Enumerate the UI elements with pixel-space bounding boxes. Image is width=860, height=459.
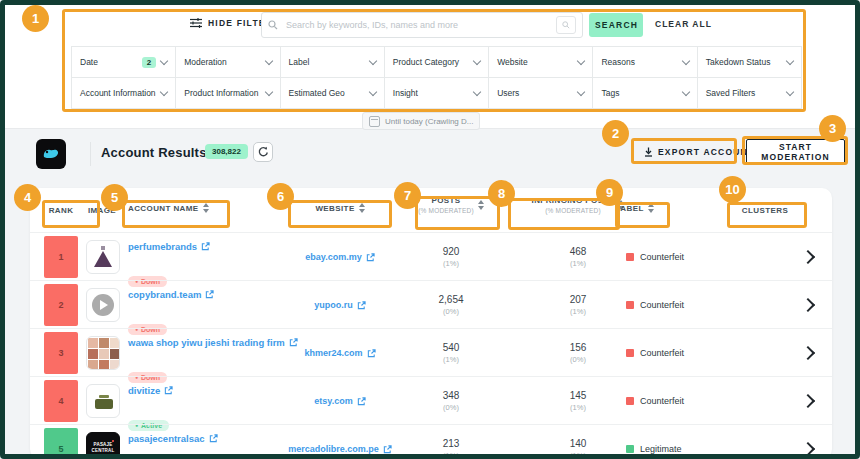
applied-filter-chip[interactable]: Until today (Crawling D... [362,112,480,130]
sort-icon[interactable] [478,200,484,210]
account-thumbnail[interactable]: PASAJE CENTRAL SAC. [86,432,120,459]
filter-panel: HIDE FILTERS SEARCH CLEAR ALL Date 2 Mod… [5,5,855,129]
sort-icon[interactable] [648,203,654,213]
rank-cell: 2 [44,284,78,326]
filter-dropdown-account-information[interactable]: Account Information [71,77,176,109]
website-link[interactable]: khmer24.com [280,329,400,377]
posts-cell: 540(1%) [396,329,506,377]
external-link-icon [366,253,375,262]
refresh-icon [257,146,269,158]
filter-dropdown-moderation[interactable]: Moderation [175,46,280,78]
account-name-link[interactable]: copybrand.team [128,289,214,300]
account-thumbnail[interactable] [86,288,120,322]
search-input[interactable] [284,19,550,31]
filter-dropdown-label[interactable]: Label [280,46,385,78]
website-link[interactable]: ebay.com.my [280,233,400,281]
website-link[interactable]: mercadolibre.com.pe [280,425,400,459]
column-header-account-name[interactable]: ACCOUNT NAME [128,203,209,213]
rank-cell: 3 [44,332,78,374]
row-expand-chevron[interactable] [801,442,815,456]
calendar-icon [369,116,380,127]
external-link-icon [209,434,218,443]
filter-label: Product Information [184,88,258,98]
results-count-badge: 308,822 [205,144,248,159]
label-color-swatch [626,349,634,357]
chevron-down-icon [473,87,481,95]
rank-cell: 5 [44,428,78,459]
chevron-down-icon [264,87,272,95]
filter-dropdown-product-information[interactable]: Product Information [175,77,280,109]
column-header-website[interactable]: WEBSITE [285,203,395,213]
row-expand-chevron[interactable] [801,250,815,264]
column-header-label[interactable]: LABEL [615,203,654,213]
chevron-down-icon [786,56,794,64]
label-cell: Counterfeit [626,233,684,281]
annotation-badge-8: 8 [488,180,515,207]
account-results-table: RANK IMAGE ACCOUNT NAME WEBSITE POSTS(% … [30,188,832,459]
annotation-badge-4: 4 [14,184,41,211]
sliders-icon [190,18,202,28]
external-link-icon [164,386,173,395]
filter-dropdown-takedown-status[interactable]: Takedown Status [697,46,802,78]
table-row: 1 perfumebrands Down ebay.com.my 920(1%)… [30,232,832,281]
label-color-swatch [626,301,634,309]
filter-dropdown-website[interactable]: Website [488,46,593,78]
account-name-link[interactable]: perfumebrands [128,241,210,252]
account-thumbnail[interactable] [86,384,120,418]
search-box [261,12,583,38]
annotation-badge-3: 3 [819,115,846,142]
external-link-icon [367,349,376,358]
download-icon [644,147,653,157]
annotation-badge-7: 7 [394,182,421,209]
rank-cell: 1 [44,236,78,278]
search-button[interactable]: SEARCH [589,13,643,37]
filter-dropdown-product-category[interactable]: Product Category [384,46,489,78]
image-search-icon[interactable] [556,16,576,34]
chevron-down-icon [577,87,585,95]
table-row: 2 copybrand.team Down yupoo.ru 2,654(0%)… [30,280,832,329]
label-color-swatch [626,253,634,261]
chevron-down-icon [264,56,272,64]
brand-logo [36,139,66,169]
label-color-swatch [626,397,634,405]
annotation-badge-10: 10 [719,176,746,203]
page-title: Account Results [101,145,207,160]
account-name-link[interactable]: wawa shop yiwu jieshi trading firm [128,337,298,348]
filter-dropdown-reasons[interactable]: Reasons [592,46,697,78]
sort-icon[interactable] [359,203,365,213]
filter-dropdown-estimated-geo[interactable]: Estimated Geo [280,77,385,109]
filter-grid: Date 2 Moderation Label Product Category… [72,47,802,109]
account-thumbnail[interactable] [86,336,120,370]
column-header-rank: RANK [44,206,78,215]
filter-label: Date [80,57,98,67]
clear-all-button[interactable]: CLEAR ALL [655,19,712,29]
posts-cell: 920(1%) [396,233,506,281]
row-expand-chevron[interactable] [801,298,815,312]
posts-cell: 213(1%) [396,425,506,459]
website-link[interactable]: etsy.com [280,377,400,425]
sort-icon[interactable] [203,203,209,213]
filter-label: Users [497,88,519,98]
external-link-icon [357,397,366,406]
filter-label: Reasons [601,57,635,67]
row-expand-chevron[interactable] [801,346,815,360]
filter-dropdown-insight[interactable]: Insight [384,77,489,109]
filter-label: Insight [393,88,418,98]
row-expand-chevron[interactable] [801,394,815,408]
external-link-icon [201,242,210,251]
filter-dropdown-saved-filters[interactable]: Saved Filters [697,77,802,109]
account-thumbnail[interactable] [86,240,120,274]
filter-label: Tags [601,88,619,98]
filter-dropdown-tags[interactable]: Tags [592,77,697,109]
filter-label: Product Category [393,57,459,67]
table-row: 3 wawa shop yiwu jieshi trading firm Dow… [30,328,832,377]
chevron-down-icon [473,56,481,64]
chevron-down-icon [577,56,585,64]
website-link[interactable]: yupoo.ru [280,281,400,329]
refresh-button[interactable] [253,142,273,162]
account-name-link[interactable]: divitize [128,385,173,396]
filter-dropdown-users[interactable]: Users [488,77,593,109]
start-moderation-button[interactable]: START MODERATION [746,139,845,164]
account-name-link[interactable]: pasajecentralsac [128,433,218,444]
filter-dropdown-date[interactable]: Date 2 [71,46,176,78]
